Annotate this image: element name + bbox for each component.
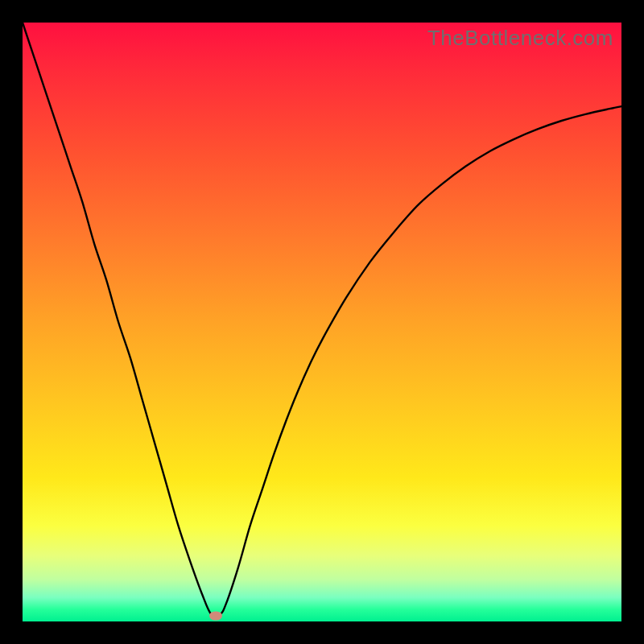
chart-frame: TheBottleneck.com (0, 0, 644, 644)
curve-layer (23, 23, 621, 621)
vertex-marker (209, 611, 222, 620)
plot-area: TheBottleneck.com (23, 23, 621, 621)
bottleneck-curve (23, 23, 621, 616)
